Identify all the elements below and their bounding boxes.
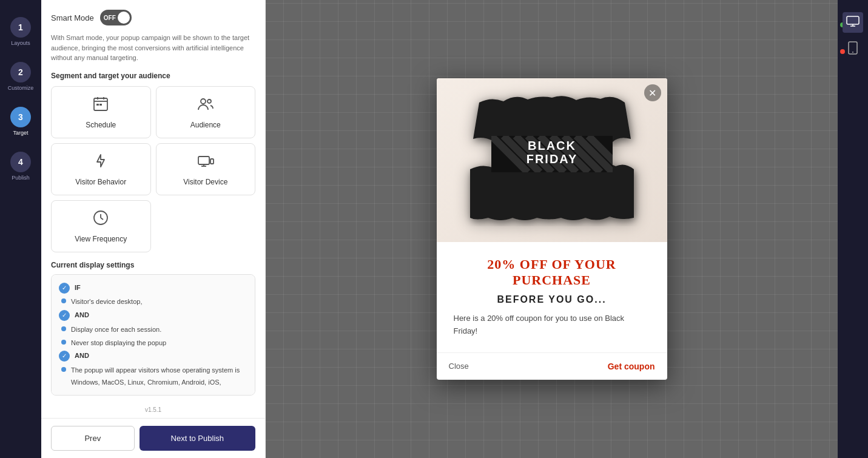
svg-rect-28: [847, 16, 859, 24]
card-schedule-label: Schedule: [86, 121, 116, 129]
schedule-icon: [92, 95, 109, 116]
step-1-circle: 1: [10, 17, 31, 38]
popup-body: 20% OFF OF YOUR PURCHASE BEFORE YOU GO..…: [437, 242, 667, 352]
smart-mode-description: With Smart mode, your popup campaign wil…: [51, 33, 255, 63]
display-once-text: Display once for each session.: [71, 324, 161, 336]
steps-sidebar: 1 Layouts 2 Customize 3 Target 4 Publish: [0, 0, 41, 458]
svg-text:FRIDAY: FRIDAY: [526, 152, 577, 166]
settings-and1-row: ✓ AND: [59, 309, 247, 322]
next-to-publish-button[interactable]: Next to Publish: [140, 426, 255, 451]
middle-cards-grid: Visitor Behavior Visitor Device: [51, 143, 255, 195]
device-switcher: [838, 0, 868, 458]
card-view-frequency-label: View Frequency: [75, 235, 127, 243]
svg-rect-5: [99, 104, 102, 106]
visitor-behavior-icon: [92, 152, 109, 173]
panel-footer: Prev Next to Publish: [41, 418, 265, 458]
popup-title: 20% OFF OF YOUR PURCHASE: [454, 257, 650, 288]
top-cards-grid: Schedule Audience: [51, 86, 255, 138]
and1-badge: ✓: [59, 310, 70, 321]
torn-paper-svg: BLACK FRIDAY: [455, 90, 649, 230]
step-4[interactable]: 4 Publish: [8, 147, 33, 186]
os-row: The popup will appear visitors whose ope…: [59, 365, 247, 389]
version-label: v1.5.1: [41, 404, 265, 418]
mobile-device-item: [843, 39, 863, 59]
svg-rect-4: [96, 104, 99, 106]
card-audience-label: Audience: [190, 121, 221, 129]
card-audience[interactable]: Audience: [156, 86, 256, 138]
dot-1: [61, 298, 66, 303]
preview-area: ✕: [266, 0, 838, 458]
step-2-label: Customize: [8, 85, 34, 91]
svg-text:BLACK: BLACK: [528, 139, 576, 152]
card-schedule[interactable]: Schedule: [51, 86, 151, 138]
card-view-frequency[interactable]: View Frequency: [51, 200, 151, 252]
settings-and2-row: ✓ AND: [59, 350, 247, 362]
card-visitor-behavior[interactable]: Visitor Behavior: [51, 143, 151, 195]
os-text: The popup will appear visitors whose ope…: [71, 365, 247, 389]
step-3-circle: 3: [10, 107, 31, 127]
svg-line-14: [101, 218, 103, 220]
card-visitor-device-label: Visitor Device: [183, 178, 227, 186]
popup-description: Here is a 20% off coupon for you to use …: [454, 312, 650, 338]
svg-rect-11: [210, 159, 214, 164]
visitor-device-icon: [197, 152, 214, 173]
svg-point-6: [201, 99, 206, 104]
and2-text: AND: [75, 350, 89, 362]
popup-image: BLACK FRIDAY: [437, 78, 667, 242]
svg-point-32: [852, 52, 853, 53]
visitor-device-text: Visitor's device desktop,: [71, 296, 142, 308]
if-text: IF: [75, 282, 81, 294]
desktop-device-button[interactable]: [843, 12, 863, 33]
settings-label: Current display settings: [51, 261, 255, 269]
if-badge: ✓: [59, 283, 70, 294]
desktop-icon: [846, 15, 860, 31]
display-once-row: Display once for each session.: [59, 324, 247, 336]
settings-box: ✓ IF Visitor's device desktop, ✓ AND Dis…: [51, 274, 255, 396]
step-1-label: Layouts: [11, 40, 30, 46]
step-3-label: Target: [13, 130, 28, 136]
mobile-device-button[interactable]: [843, 39, 863, 59]
card-visitor-behavior-label: Visitor Behavior: [75, 178, 126, 186]
never-stop-text: Never stop displaying the popup: [71, 337, 166, 349]
step-3[interactable]: 3 Target: [8, 102, 33, 141]
prev-button[interactable]: Prev: [51, 426, 135, 451]
target-panel: Smart Mode OFF With Smart mode, your pop…: [41, 0, 266, 458]
panel-content: Smart Mode OFF With Smart mode, your pop…: [41, 0, 265, 404]
view-frequency-icon: [92, 209, 109, 230]
dot-3: [61, 340, 66, 345]
audience-icon: [197, 95, 214, 116]
card-visitor-device[interactable]: Visitor Device: [156, 143, 256, 195]
popup-close-button[interactable]: ✕: [644, 84, 661, 101]
popup-modal: ✕: [437, 78, 667, 380]
get-coupon-button[interactable]: Get coupon: [608, 362, 655, 371]
dot-4: [61, 367, 66, 372]
toggle-text: OFF: [104, 15, 116, 21]
popup-footer: Close Get coupon: [437, 352, 667, 380]
step-4-circle: 4: [10, 152, 31, 172]
smart-mode-label: Smart Mode: [51, 13, 94, 22]
desktop-device-item: [843, 12, 863, 33]
mobile-icon: [848, 41, 858, 58]
popup-close-text-button[interactable]: Close: [449, 362, 469, 371]
never-stop-row: Never stop displaying the popup: [59, 337, 247, 349]
step-4-label: Publish: [12, 175, 30, 181]
smart-mode-toggle[interactable]: OFF: [100, 10, 132, 25]
toggle-knob: [118, 12, 130, 24]
dot-2: [61, 326, 66, 331]
popup-subtitle: BEFORE YOU GO...: [454, 294, 650, 305]
step-2-circle: 2: [10, 62, 31, 83]
and2-badge: ✓: [59, 351, 70, 362]
svg-point-7: [207, 99, 211, 103]
step-1[interactable]: 1 Layouts: [8, 12, 33, 51]
segment-label: Segment and target your audience: [51, 72, 255, 80]
smart-mode-row: Smart Mode OFF: [51, 10, 255, 25]
settings-if-row: ✓ IF: [59, 282, 247, 294]
visitor-device-row: Visitor's device desktop,: [59, 296, 247, 308]
and1-text: AND: [75, 309, 89, 322]
step-2[interactable]: 2 Customize: [5, 57, 36, 96]
svg-rect-8: [198, 157, 209, 164]
